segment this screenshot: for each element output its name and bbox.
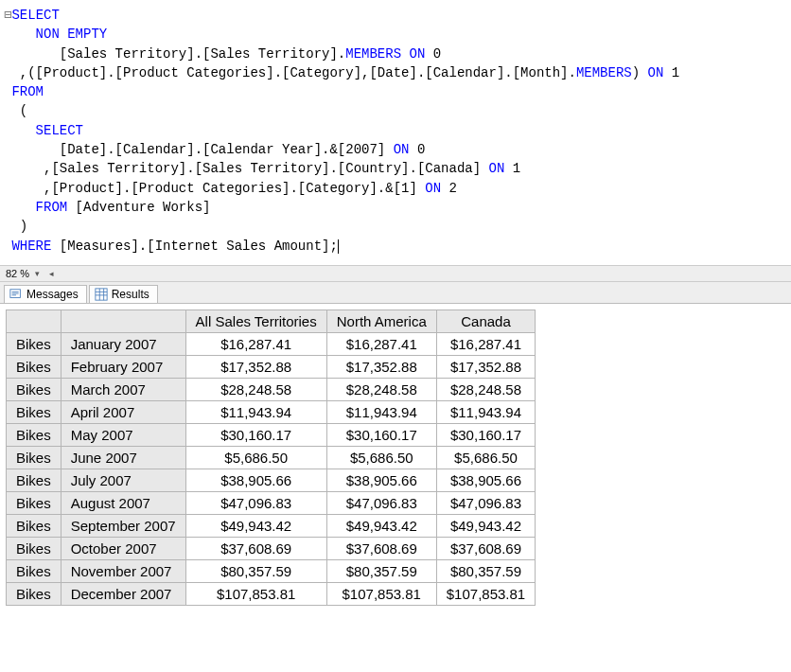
table-cell[interactable]: $5,686.50	[185, 446, 326, 469]
messages-icon	[9, 288, 23, 301]
table-cell[interactable]: $37,608.69	[326, 537, 436, 559]
table-cell[interactable]: $30,160.17	[326, 423, 436, 446]
row-header[interactable]: Bikes	[7, 537, 62, 559]
zoom-value[interactable]: 82 %	[6, 268, 29, 279]
column-header[interactable]: All Sales Territories	[185, 309, 326, 332]
table-cell[interactable]: $5,686.50	[326, 446, 436, 469]
table-cell[interactable]: $28,248.58	[436, 378, 535, 400]
table-cell[interactable]: $17,352.88	[326, 355, 436, 378]
tab-results-label: Results	[112, 288, 149, 301]
table-cell[interactable]: $49,943.42	[436, 514, 535, 537]
row-header[interactable]: Bikes	[7, 514, 62, 537]
table-cell[interactable]: $5,686.50	[436, 446, 535, 469]
table-cell[interactable]: $37,608.69	[436, 537, 535, 559]
table-cell[interactable]: $11,943.94	[185, 400, 326, 423]
table-cell[interactable]: $80,357.59	[436, 559, 535, 582]
table-cell[interactable]: $38,905.66	[326, 469, 436, 491]
zoom-dropdown-icon[interactable]: ▾	[35, 269, 40, 278]
svg-rect-4	[96, 289, 107, 300]
row-header[interactable]: October 2007	[61, 537, 185, 559]
table-cell[interactable]: $30,160.17	[436, 423, 535, 446]
table-cell[interactable]: $49,943.42	[185, 514, 326, 537]
results-icon	[95, 288, 108, 301]
table-cell[interactable]: $17,352.88	[436, 355, 535, 378]
table-cell[interactable]: $30,160.17	[185, 423, 326, 446]
tab-messages-label: Messages	[26, 288, 79, 301]
table-row[interactable]: BikesApril 2007$11,943.94$11,943.94$11,9…	[7, 400, 536, 423]
row-header[interactable]: June 2007	[61, 446, 185, 469]
row-header[interactable]: August 2007	[61, 491, 185, 514]
row-header[interactable]: January 2007	[61, 332, 185, 355]
row-header[interactable]: April 2007	[61, 400, 185, 423]
table-row[interactable]: BikesJuly 2007$38,905.66$38,905.66$38,90…	[7, 469, 536, 491]
row-header[interactable]: Bikes	[7, 446, 62, 469]
row-header[interactable]: Bikes	[7, 332, 62, 355]
table-cell[interactable]: $80,357.59	[185, 559, 326, 582]
row-header[interactable]: March 2007	[61, 378, 185, 400]
table-cell[interactable]: $38,905.66	[436, 469, 535, 491]
table-cell[interactable]: $49,943.42	[326, 514, 436, 537]
table-cell[interactable]: $28,248.58	[185, 378, 326, 400]
table-row[interactable]: BikesFebruary 2007$17,352.88$17,352.88$1…	[7, 355, 536, 378]
row-header[interactable]: November 2007	[61, 559, 185, 582]
table-cell[interactable]: $47,096.83	[436, 491, 535, 514]
row-header[interactable]: September 2007	[61, 514, 185, 537]
table-row[interactable]: BikesSeptember 2007$49,943.42$49,943.42$…	[7, 514, 536, 537]
code-editor[interactable]: ⊟SELECT NON EMPTY [Sales Territory].[Sal…	[0, 0, 791, 265]
table-row[interactable]: BikesDecember 2007$107,853.81$107,853.81…	[7, 582, 536, 605]
table-row[interactable]: BikesAugust 2007$47,096.83$47,096.83$47,…	[7, 491, 536, 514]
tab-results[interactable]: Results	[89, 285, 158, 303]
table-cell[interactable]: $47,096.83	[326, 491, 436, 514]
row-header[interactable]: Bikes	[7, 355, 62, 378]
table-cell[interactable]: $80,357.59	[326, 559, 436, 582]
row-header[interactable]: Bikes	[7, 491, 62, 514]
table-cell[interactable]: $17,352.88	[185, 355, 326, 378]
table-corner	[7, 309, 62, 332]
table-cell[interactable]: $47,096.83	[185, 491, 326, 514]
column-header[interactable]: Canada	[436, 309, 535, 332]
row-header[interactable]: Bikes	[7, 582, 62, 605]
table-row[interactable]: BikesJune 2007$5,686.50$5,686.50$5,686.5…	[7, 446, 536, 469]
column-header[interactable]: North America	[326, 309, 436, 332]
table-cell[interactable]: $38,905.66	[185, 469, 326, 491]
row-header[interactable]: February 2007	[61, 355, 185, 378]
table-corner	[61, 309, 185, 332]
row-header[interactable]: May 2007	[61, 423, 185, 446]
row-header[interactable]: Bikes	[7, 400, 62, 423]
zoom-bar: 82 % ▾ ◂	[0, 265, 791, 282]
table-cell[interactable]: $107,853.81	[326, 582, 436, 605]
results-table[interactable]: All Sales TerritoriesNorth AmericaCanada…	[6, 309, 536, 606]
table-cell[interactable]: $107,853.81	[436, 582, 535, 605]
scroll-left-icon[interactable]: ◂	[49, 269, 54, 278]
table-cell[interactable]: $11,943.94	[326, 400, 436, 423]
row-header[interactable]: Bikes	[7, 423, 62, 446]
results-pane: All Sales TerritoriesNorth AmericaCanada…	[0, 304, 791, 611]
table-cell[interactable]: $16,287.41	[436, 332, 535, 355]
table-row[interactable]: BikesMarch 2007$28,248.58$28,248.58$28,2…	[7, 378, 536, 400]
table-row[interactable]: BikesNovember 2007$80,357.59$80,357.59$8…	[7, 559, 536, 582]
text-cursor	[338, 239, 339, 254]
row-header[interactable]: Bikes	[7, 378, 62, 400]
table-cell[interactable]: $37,608.69	[185, 537, 326, 559]
table-cell[interactable]: $107,853.81	[185, 582, 326, 605]
table-row[interactable]: BikesMay 2007$30,160.17$30,160.17$30,160…	[7, 423, 536, 446]
table-row[interactable]: BikesOctober 2007$37,608.69$37,608.69$37…	[7, 537, 536, 559]
row-header[interactable]: December 2007	[61, 582, 185, 605]
table-cell[interactable]: $16,287.41	[185, 332, 326, 355]
table-row[interactable]: BikesJanuary 2007$16,287.41$16,287.41$16…	[7, 332, 536, 355]
table-cell[interactable]: $11,943.94	[436, 400, 535, 423]
result-tabs: Messages Results	[0, 282, 791, 304]
row-header[interactable]: July 2007	[61, 469, 185, 491]
row-header[interactable]: Bikes	[7, 469, 62, 491]
row-header[interactable]: Bikes	[7, 559, 62, 582]
table-cell[interactable]: $16,287.41	[326, 332, 436, 355]
table-cell[interactable]: $28,248.58	[326, 378, 436, 400]
tab-messages[interactable]: Messages	[4, 285, 87, 303]
